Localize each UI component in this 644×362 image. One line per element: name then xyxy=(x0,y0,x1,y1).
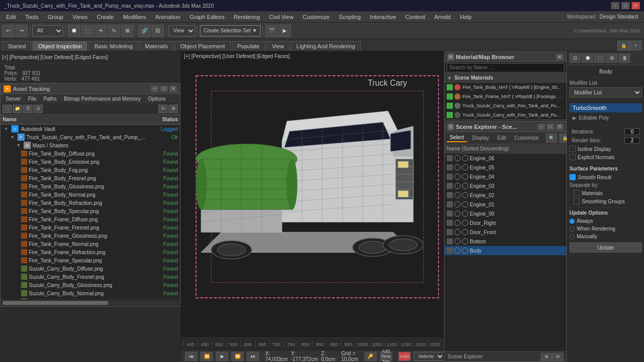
se-eye2-engine6[interactable] xyxy=(462,155,468,161)
material-browser-close[interactable]: ✕ xyxy=(556,54,563,60)
undo-button[interactable]: ↩ xyxy=(2,25,14,37)
rotate-button[interactable]: ↻ xyxy=(108,25,120,37)
selected-dropdown[interactable]: Selected xyxy=(414,352,445,361)
menu-tools[interactable]: Tools xyxy=(21,13,43,21)
mod-isoline-check[interactable] xyxy=(569,146,576,152)
se-row-engine6[interactable]: Engine_06 xyxy=(445,154,566,163)
mod-materials-check[interactable] xyxy=(574,190,580,196)
se-eye2-engine3[interactable] xyxy=(462,183,468,189)
se-eye2-body[interactable] xyxy=(462,247,468,254)
se-close[interactable]: ✕ xyxy=(556,124,563,130)
key-button[interactable]: 🔑 xyxy=(364,352,377,361)
select-button[interactable]: 🔲 xyxy=(68,25,80,37)
link-button[interactable]: 🔗 xyxy=(138,25,151,37)
menu-content[interactable]: Content xyxy=(401,13,430,21)
list-item[interactable]: Fire_Tank_Frame_Specular.png Found xyxy=(1,256,180,264)
se-vis-bottom[interactable] xyxy=(447,238,453,244)
list-item[interactable]: Fire_Tank_Body_Normal.png Found xyxy=(1,190,180,199)
se-eye-body[interactable] xyxy=(454,247,461,254)
unlink-button[interactable]: ⛓ xyxy=(152,25,164,37)
list-item[interactable]: Suzuki_Carry_Body_Fresnel.png Found xyxy=(1,273,180,281)
list-item[interactable]: Fire_Tank_Frame_Fresnel.png Found xyxy=(1,223,180,232)
se-row-door-front[interactable]: Door_Front xyxy=(445,227,566,237)
menu-edit[interactable]: Edit xyxy=(2,13,20,21)
at-restore[interactable]: □ xyxy=(160,86,168,92)
tab-lock-button[interactable]: 🔒 xyxy=(617,41,630,51)
move-button[interactable]: ✛ xyxy=(95,25,107,37)
se-vis-engine6[interactable] xyxy=(447,155,453,161)
se-vis-engine0[interactable] xyxy=(447,211,453,217)
at-row-vault[interactable]: ▼ V Autodesk Vault Logged xyxy=(1,125,180,133)
add-time-tag-button[interactable]: Add Time Tag xyxy=(380,352,392,361)
at-tb-2[interactable]: 📁 xyxy=(13,105,22,113)
se-row-engine2[interactable]: Engine_02 xyxy=(445,190,566,200)
se-restore[interactable]: □ xyxy=(547,124,554,130)
menu-create[interactable]: Create xyxy=(93,13,118,21)
at-maps-folder[interactable]: ▼ M Maps / Shaders xyxy=(1,141,180,149)
se-vis-body[interactable] xyxy=(447,247,453,254)
se-vis-engine3[interactable] xyxy=(447,183,453,189)
redo-button[interactable]: ↪ xyxy=(15,25,28,37)
mat-row-4[interactable]: Truck_Suzuki_Carry_with_Fire_Tank_and_Pu… xyxy=(445,110,566,120)
tab-populate[interactable]: Populate xyxy=(232,41,265,51)
at-menu-paths[interactable]: Paths xyxy=(41,96,60,102)
tab-basic-modeling[interactable]: Basic Modeling xyxy=(88,41,138,51)
tab-add-button[interactable]: + xyxy=(630,41,642,51)
at-menu-bitmap[interactable]: Bitmap Performance and Memory xyxy=(61,96,144,102)
mod-smoothing-check[interactable] xyxy=(574,198,580,204)
create-selection-button[interactable]: Create Selection Set ▼ xyxy=(200,25,261,36)
se-eye2-engine4[interactable] xyxy=(462,174,468,180)
list-item[interactable]: Suzuki_Carry_Body_Normal.png Found xyxy=(1,289,180,297)
se-eye2-door-right[interactable] xyxy=(462,220,468,226)
se-vis-engine4[interactable] xyxy=(447,174,453,180)
se-eye-engine3[interactable] xyxy=(454,183,461,189)
maximize-button[interactable]: □ xyxy=(621,2,630,9)
at-close[interactable]: ✕ xyxy=(170,86,177,92)
step-fwd-button[interactable]: ⏩ xyxy=(231,352,244,361)
se-vis-engine2[interactable] xyxy=(447,192,453,198)
se-tab-display[interactable]: Display xyxy=(469,134,492,142)
se-row-body[interactable]: Body xyxy=(445,246,566,255)
tab-view[interactable]: View xyxy=(266,41,290,51)
mod-always-radio[interactable] xyxy=(569,219,575,224)
list-item[interactable]: Fire_Tank_Frame_Glossiness.png Found xyxy=(1,232,180,240)
se-eye-bottom[interactable] xyxy=(454,238,461,244)
mat-row-1[interactable]: Fire_Tank_Body_MAT ( VRayMtl ) [Engine_0… xyxy=(445,83,566,92)
play-button[interactable]: ▶ xyxy=(216,352,228,361)
mod-rendering-radio[interactable] xyxy=(569,226,575,232)
se-eye2-engine1[interactable] xyxy=(462,201,468,207)
se-bottom-btn2[interactable]: ⊟ xyxy=(552,353,563,361)
mat-row-2[interactable]: Fire_Tank_Frame_MAT ( VRayMtl ) [Footing… xyxy=(445,92,566,101)
se-row-engine3[interactable]: Engine_03 xyxy=(445,181,566,190)
scale-button[interactable]: ⊠ xyxy=(121,25,134,37)
se-vis-engine1[interactable] xyxy=(447,201,453,207)
se-row-engine0[interactable]: Engine_00 xyxy=(445,209,566,218)
menu-graph-editors[interactable]: Graph Editors xyxy=(186,13,229,21)
list-item[interactable]: Fire_Tank_Body_Fresnel.png Found xyxy=(1,174,180,182)
at-tb-4[interactable]: ⊡ xyxy=(33,105,43,113)
se-eye2-engine2[interactable] xyxy=(462,192,468,198)
mat-row-3[interactable]: Truck_Suzuki_Carry_with_Fire_Tank_and_Pu… xyxy=(445,101,566,110)
at-settings[interactable]: ⚙ xyxy=(169,105,178,113)
at-minimize[interactable]: − xyxy=(151,86,158,92)
mod-explicit-check[interactable] xyxy=(569,154,576,160)
menu-views[interactable]: Views xyxy=(68,13,91,21)
mod-icon-2[interactable]: 🔲 xyxy=(582,53,593,63)
at-file-row[interactable]: ▼ F Truck_Suzuki_Carry_with_Fire_Tank_an… xyxy=(1,133,180,141)
se-filter-btn[interactable]: 🔍 xyxy=(546,134,557,143)
list-item[interactable]: Fire_Tank_Frame_Normal.png Found xyxy=(1,240,180,248)
at-menu-server[interactable]: Server xyxy=(3,96,24,102)
tab-materials[interactable]: Materials xyxy=(139,41,174,51)
at-refresh[interactable]: ↻ xyxy=(158,105,168,113)
mod-icon-4[interactable]: ⊞ xyxy=(606,53,618,63)
se-vis-door-front[interactable] xyxy=(447,229,453,235)
filter-select[interactable]: All xyxy=(32,25,63,36)
tab-lighting[interactable]: Lighting And Rendering xyxy=(291,41,361,51)
mod-icon-3[interactable]: ⬚ xyxy=(594,53,605,63)
se-eye2-door-front[interactable] xyxy=(462,229,468,235)
se-vis-door-right[interactable] xyxy=(447,220,453,226)
at-scrollbar-thumb[interactable] xyxy=(3,301,108,305)
at-menu-file[interactable]: File xyxy=(25,96,39,102)
menu-customize[interactable]: Customize xyxy=(299,13,334,21)
tab-object-placement[interactable]: Object Placement xyxy=(175,41,231,51)
